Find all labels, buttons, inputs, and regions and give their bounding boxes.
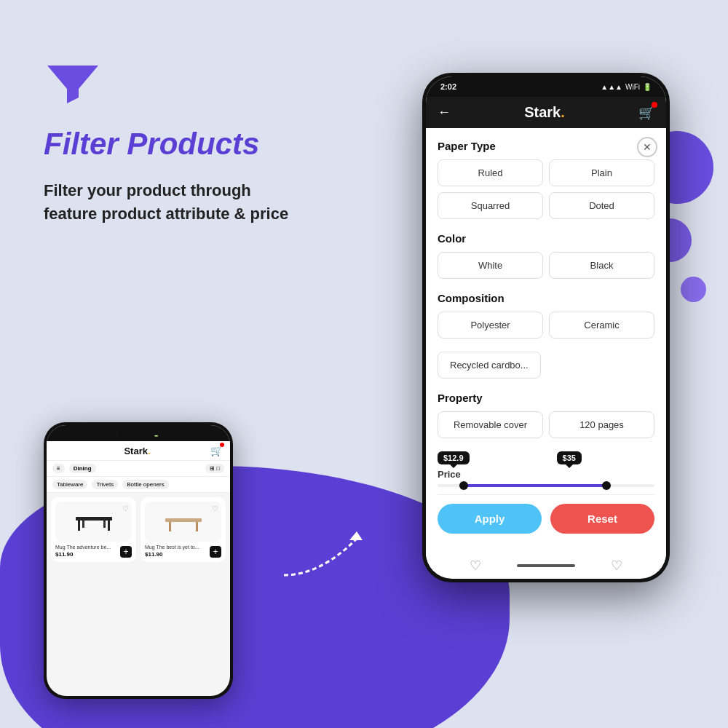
paper-type-options: Ruled Plain Squarred Doted <box>438 159 654 219</box>
section-title-composition: Composition <box>438 292 654 304</box>
product-image-2: ♡ <box>145 502 221 542</box>
add-btn-2[interactable]: + <box>210 546 221 558</box>
price-range-fill <box>459 484 612 487</box>
heart-icon-1[interactable]: ♡ <box>122 505 129 513</box>
grid-toggle[interactable]: ⊞ □ <box>205 464 224 473</box>
bottom-profile-icon[interactable]: ♡ <box>611 558 622 574</box>
option-plain[interactable]: Plain <box>549 159 654 186</box>
table-wood-svg <box>162 511 205 533</box>
big-phone-cart[interactable]: 🛒 <box>638 105 654 121</box>
big-phone-screen: 2:02 ▲▲▲ WiFi 🔋 ← Stark. 🛒 ✕ Paper Type <box>426 76 666 579</box>
heart-icon-2[interactable]: ♡ <box>212 505 218 513</box>
small-phone-notch <box>109 422 167 435</box>
svg-marker-0 <box>349 531 363 540</box>
option-black[interactable]: Black <box>549 252 654 279</box>
apply-button[interactable]: Apply <box>438 504 542 534</box>
section-title-paper-type: Paper Type <box>438 140 654 152</box>
composition-options-single: Recycled cardbo... <box>438 352 654 379</box>
product-card-1: ♡ Mug The adventure be... $11.90 + <box>51 497 136 562</box>
big-phone-status-icons: ▲▲▲ WiFi 🔋 <box>601 83 652 91</box>
add-btn-1[interactable]: + <box>120 546 132 558</box>
tag-tableware[interactable]: Tableware <box>52 480 87 489</box>
big-phone: 2:02 ▲▲▲ WiFi 🔋 ← Stark. 🛒 ✕ Paper Type <box>422 73 670 582</box>
svg-rect-8 <box>196 522 198 531</box>
option-doted[interactable]: Doted <box>549 192 654 219</box>
bottom-home-icon[interactable]: ♡ <box>470 558 481 574</box>
big-phone-time: 2:02 <box>440 82 456 91</box>
small-phone-filter-bar: ≡ Dining ⊞ □ <box>47 461 230 477</box>
svg-rect-6 <box>165 518 202 522</box>
price-handle-low[interactable] <box>459 481 468 490</box>
svg-rect-7 <box>169 522 171 531</box>
small-phone-header: ← Stark. 🛒 <box>47 441 230 461</box>
small-phone-back[interactable]: ← <box>54 445 64 456</box>
section-title-color: Color <box>438 232 654 245</box>
tag-bottle-openers[interactable]: Bottle openers <box>122 480 169 489</box>
filter-bottom-bar: Apply Reset <box>438 494 654 537</box>
cart-badge <box>652 102 657 108</box>
left-panel: Filter Products Filter your product thro… <box>44 58 306 226</box>
home-indicator <box>517 564 575 567</box>
option-squarred[interactable]: Squarred <box>438 192 543 219</box>
option-ruled[interactable]: Ruled <box>438 159 543 186</box>
small-phone-screen: 2:02 ▲ WiFi 🔋 ← Stark. 🛒 ≡ Dining ⊞ □ Ta… <box>47 425 230 696</box>
arrow-connector <box>277 524 364 582</box>
section-title-property: Property <box>438 392 654 404</box>
filter-icon-small[interactable]: ≡ <box>52 464 65 473</box>
filter-funnel-icon <box>44 58 102 109</box>
page-title: Filter Products <box>44 127 306 162</box>
small-phone: 2:02 ▲ WiFi 🔋 ← Stark. 🛒 ≡ Dining ⊞ □ Ta… <box>44 422 233 699</box>
big-phone-app-name: Stark. <box>524 104 565 121</box>
option-removable-cover[interactable]: Removable cover <box>438 411 543 438</box>
small-section-label: Dining <box>69 464 96 473</box>
price-handle-high[interactable] <box>602 481 611 490</box>
svg-rect-4 <box>82 521 84 528</box>
small-phone-products: ♡ Mug The adventure be... $11.90 + <box>47 493 230 566</box>
battery-icon: 🔋 <box>643 83 652 91</box>
property-options: Removable cover 120 pages <box>438 411 654 438</box>
option-polyester[interactable]: Polyester <box>438 312 543 339</box>
reset-button[interactable]: Reset <box>550 504 654 534</box>
small-phone-app-name: Stark. <box>124 446 150 456</box>
small-phone-tags: Tableware Trivets Bottle openers <box>47 477 230 493</box>
option-ceramic[interactable]: Ceramic <box>549 312 654 339</box>
cart-icon: 🛒 <box>638 106 654 120</box>
color-options: White Black <box>438 252 654 279</box>
price-section: $12.9 $35 Price <box>438 451 654 487</box>
composition-options-grid: Polyester Ceramic <box>438 312 654 339</box>
svg-rect-1 <box>76 517 112 521</box>
wifi-icon: WiFi <box>625 83 640 91</box>
big-phone-notch <box>502 73 590 92</box>
svg-rect-2 <box>78 521 80 531</box>
small-phone-cart[interactable]: 🛒 <box>210 444 223 457</box>
price-badge-high: $35 <box>557 451 582 464</box>
table-black-svg <box>72 511 116 533</box>
phone-bottom-icons: ♡ ♡ <box>422 558 670 574</box>
option-120-pages[interactable]: 120 pages <box>549 411 654 438</box>
product-image-1: ♡ <box>55 502 132 542</box>
background-blob-right-small <box>681 277 706 302</box>
product-card-2: ♡ Mug The best is yet to... $11.90 + <box>141 497 226 562</box>
price-badges: $12.9 $35 <box>438 451 654 464</box>
price-badge-low: $12.9 <box>438 451 470 464</box>
signal-icon: ▲▲▲ <box>601 83 622 91</box>
close-button[interactable]: ✕ <box>637 137 657 157</box>
filter-panel: ✕ Paper Type Ruled Plain Squarred Doted … <box>426 128 666 571</box>
option-recycled[interactable]: Recycled cardbo... <box>438 352 541 379</box>
big-phone-header: ← Stark. 🛒 <box>426 97 666 128</box>
price-range-bar[interactable] <box>438 484 654 487</box>
tag-trivets[interactable]: Trivets <box>92 480 118 489</box>
option-white[interactable]: White <box>438 252 543 279</box>
price-section-title: Price <box>438 469 654 480</box>
svg-rect-5 <box>103 521 106 528</box>
filter-description: Filter your product through feature prod… <box>44 179 306 226</box>
svg-rect-3 <box>108 521 110 531</box>
back-button[interactable]: ← <box>438 105 451 120</box>
